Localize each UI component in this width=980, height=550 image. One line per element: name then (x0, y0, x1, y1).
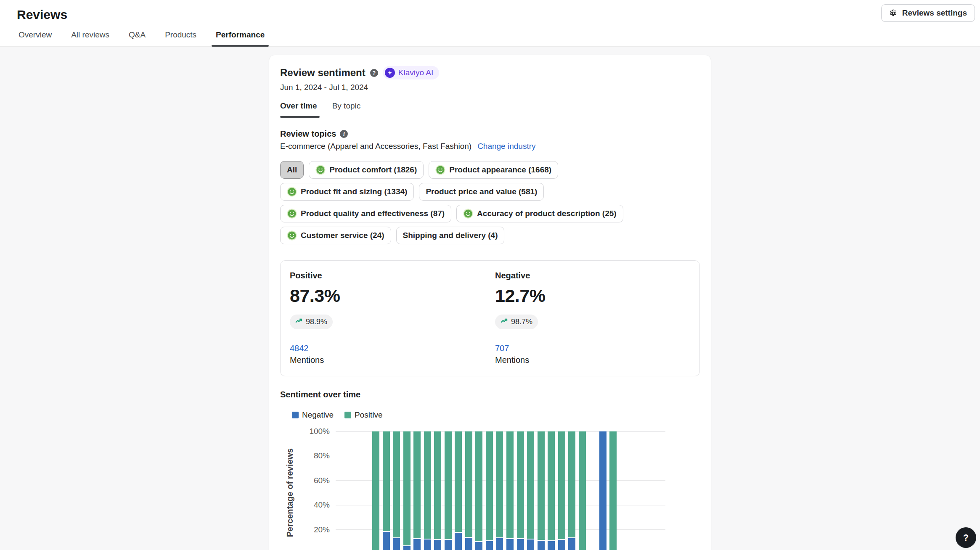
bar-jun-21[interactable] (548, 431, 555, 550)
bar-jun-10[interactable] (434, 431, 441, 550)
bar-jun-6[interactable] (393, 431, 400, 550)
chip-product-comfort[interactable]: Product comfort (1826) (309, 161, 424, 179)
negative-segment (486, 541, 493, 550)
negative-segment (548, 541, 555, 550)
review-sentiment-card: Review sentiment ? Klaviyo AI Jun 1, 202… (269, 55, 711, 550)
positive-swatch (344, 412, 351, 418)
smiley-icon (315, 165, 326, 175)
positive-segment (517, 431, 524, 538)
chip-accuracy-description[interactable]: Accuracy of product description (25) (456, 205, 623, 222)
bar-jun-13[interactable] (465, 431, 472, 550)
negative-segment (475, 542, 482, 550)
positive-segment (393, 431, 400, 537)
trend-up-icon (501, 317, 508, 327)
chip-shipping-delivery[interactable]: Shipping and delivery (4) (396, 227, 505, 244)
bar-jun-9[interactable] (424, 431, 431, 550)
legend-positive[interactable]: Positive (344, 410, 383, 420)
tab-qa[interactable]: Q&A (127, 30, 147, 46)
bar-jun-16[interactable] (496, 431, 503, 550)
tab-all-reviews[interactable]: All reviews (69, 30, 111, 46)
negative-segment (424, 539, 431, 550)
negative-segment (538, 541, 545, 550)
negative-segment (465, 538, 472, 550)
positive-segment (455, 431, 462, 532)
tab-over-time[interactable]: Over time (280, 101, 317, 118)
page-title: Reviews (17, 8, 67, 22)
positive-segment (372, 431, 379, 550)
bar-jun-19[interactable] (527, 431, 534, 550)
trend-up-icon (295, 317, 303, 327)
tab-by-topic[interactable]: By topic (332, 101, 361, 118)
chip-product-appearance[interactable]: Product appearance (1668) (429, 161, 558, 179)
tab-performance[interactable]: Performance (214, 30, 266, 46)
negative-segment (403, 546, 411, 550)
negative-trend-badge: 98.7% (495, 315, 538, 329)
smiley-icon (287, 209, 297, 219)
sentiment-stats-box: Positive 87.3% 98.9% 4842 Mentions Negat… (280, 260, 700, 376)
info-icon[interactable]: i (340, 130, 348, 138)
bar-jun-4[interactable] (372, 431, 379, 550)
settings-button-label: Reviews settings (902, 8, 967, 18)
bar-jun-7[interactable] (403, 431, 411, 550)
sparkle-icon (385, 68, 395, 78)
view-tabs: Over time By topic (280, 101, 700, 118)
smiley-icon (435, 165, 445, 175)
positive-segment (465, 431, 472, 537)
bar-jun-22[interactable] (558, 431, 565, 550)
gear-icon (889, 9, 898, 18)
klaviyo-ai-label: Klaviyo AI (398, 68, 433, 77)
bar-jun-18[interactable] (517, 431, 524, 550)
bar-jun-24[interactable] (579, 431, 586, 550)
bar-jun-5[interactable] (383, 431, 390, 550)
smiley-icon (287, 187, 297, 197)
bar-jun-23[interactable] (568, 431, 575, 550)
bar-jun-27[interactable] (609, 431, 617, 550)
positive-segment (579, 431, 586, 550)
positive-segment (424, 431, 431, 539)
reviews-settings-button[interactable]: Reviews settings (881, 4, 975, 22)
topic-chips: All Product comfort (1826) Product appea… (280, 161, 684, 244)
positive-segment (568, 431, 575, 537)
negative-segment (527, 539, 534, 550)
negative-segment (558, 540, 565, 550)
chip-all[interactable]: All (280, 161, 304, 179)
negative-mentions-link[interactable]: 707 (495, 344, 509, 353)
chip-product-price-value[interactable]: Product price and value (581) (419, 183, 544, 201)
bar-jun-12[interactable] (455, 431, 462, 550)
chip-customer-service[interactable]: Customer service (24) (280, 227, 391, 244)
bar-jun-8[interactable] (413, 431, 421, 550)
negative-segment (383, 532, 390, 550)
tab-overview[interactable]: Overview (17, 30, 53, 46)
bar-jun-26[interactable] (599, 431, 607, 550)
positive-mentions-link[interactable]: 4842 (290, 344, 309, 353)
y-tick-label: 40% (314, 500, 330, 510)
positive-mentions-label: Mentions (290, 355, 490, 365)
change-industry-link[interactable]: Change industry (477, 142, 535, 151)
y-axis-labels: 0%20%40%60%80%100% (299, 431, 336, 550)
bar-jun-17[interactable] (506, 431, 514, 550)
bar-jun-20[interactable] (538, 431, 545, 550)
negative-label: Negative (495, 271, 690, 280)
y-tick-label: 80% (314, 451, 330, 460)
positive-segment (403, 431, 411, 545)
legend-positive-label: Positive (355, 410, 383, 420)
page-header: Reviews Overview All reviews Q&A Product… (0, 0, 980, 47)
bar-jun-15[interactable] (486, 431, 493, 550)
chip-label: Product price and value (581) (426, 187, 537, 196)
question-icon[interactable]: ? (370, 69, 378, 77)
negative-segment (413, 539, 421, 550)
help-button[interactable]: ? (956, 527, 976, 548)
chip-product-quality[interactable]: Product quality and effectiveness (87) (280, 205, 451, 222)
legend-negative[interactable]: Negative (292, 410, 334, 420)
bar-jun-11[interactable] (445, 431, 452, 550)
positive-segment (506, 431, 514, 538)
positive-segment (475, 431, 482, 541)
bar-jun-14[interactable] (475, 431, 482, 550)
y-tick-label: 100% (309, 427, 330, 436)
chip-label: All (287, 165, 297, 175)
chip-product-fit-sizing[interactable]: Product fit and sizing (1334) (280, 183, 414, 201)
y-axis-title: Percentage of reviews (285, 448, 295, 537)
chip-label: Product comfort (1826) (329, 165, 417, 175)
tab-products[interactable]: Products (163, 30, 198, 46)
negative-segment (445, 540, 452, 550)
